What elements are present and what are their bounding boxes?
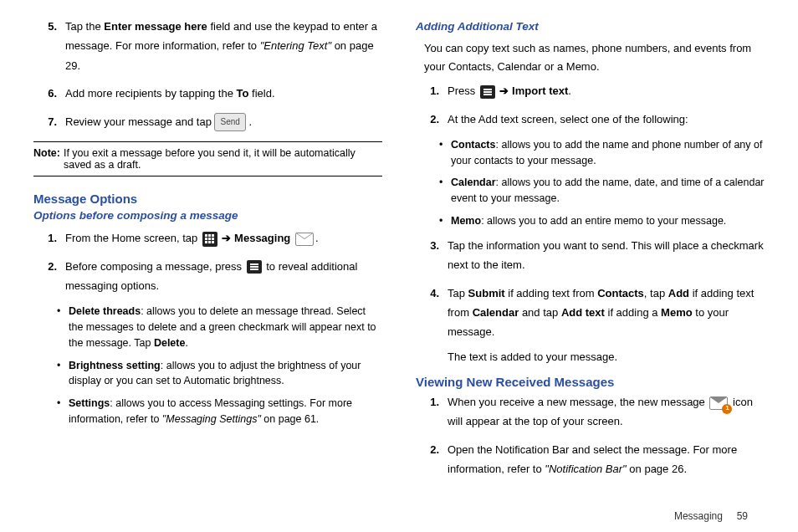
text: . (568, 84, 571, 97)
reference: "Messaging Settings" (162, 413, 261, 425)
arrow-icon: ➔ (222, 232, 231, 244)
text: . (185, 337, 187, 349)
note-label: Note: (33, 147, 64, 171)
add-step-4: 4. Tap Submit if adding text from Contac… (416, 284, 765, 342)
bullet-delete-threads: • Delete threads: allows you to delete a… (57, 304, 382, 350)
field-name: Enter message here (104, 20, 207, 33)
bullet-calendar: • Calendar: allows you to add the name, … (439, 175, 765, 207)
step-text: Tap the Enter message here field and use… (65, 17, 382, 75)
text: Tap (448, 287, 468, 299)
reference: "Notification Bar" (545, 463, 626, 475)
text: Review your message and tap (65, 115, 214, 128)
step-number: 1. (416, 392, 448, 432)
step-number: 3. (416, 236, 448, 275)
step-number: 2. (416, 110, 448, 129)
step-text: At the Add text screen, select one of th… (448, 110, 765, 129)
step-number: 5. (33, 17, 65, 75)
step-number: 7. (33, 112, 65, 132)
text: : allows you to add the name and phone n… (451, 139, 762, 166)
text: Before composing a message, press (65, 260, 245, 273)
step-text: Tap Submit if adding text from Contacts,… (448, 284, 765, 342)
step-number: 6. (33, 84, 65, 103)
text: : allows you to add the name, date, and … (451, 176, 765, 204)
add-step-3: 3. Tap the information you want to send.… (416, 236, 765, 275)
action: Add text (561, 306, 605, 319)
text: if adding a (605, 306, 661, 319)
text: , tap (644, 287, 668, 299)
text: field. (248, 87, 274, 100)
send-button-icon: Send (214, 113, 245, 131)
text: Add more recipients by tapping the (65, 87, 237, 100)
intro-text: You can copy text such as names, phone n… (416, 39, 765, 76)
bullet-settings: • Settings: allows you to access Messagi… (57, 396, 382, 427)
step-text: When you receive a new message, the new … (448, 392, 765, 432)
bullet-text: Delete threads: allows you to delete an … (69, 304, 382, 350)
source: Contacts (597, 287, 644, 299)
step-number: 1. (33, 228, 65, 248)
action: Delete (154, 337, 186, 349)
text: Press (448, 84, 478, 97)
bullet-text: Contacts: allows you to add the name and… (451, 137, 765, 169)
option-name: Memo (451, 215, 481, 227)
text: Tap the (65, 20, 104, 33)
subheading-adding-text: Adding Additional Text (416, 20, 765, 33)
option-name: Settings (69, 397, 110, 409)
menu-icon (247, 260, 262, 274)
subheading-options-before: Options before composing a message (33, 209, 382, 222)
bullet-dot: • (439, 137, 451, 169)
step-number: 2. (416, 440, 448, 479)
footer-page-number: 59 (737, 510, 748, 522)
source: Memo (661, 306, 693, 319)
heading-viewing-messages: Viewing New Received Messages (416, 375, 765, 389)
bullet-dot: • (439, 175, 451, 207)
option-name: Calendar (451, 176, 496, 188)
bullet-memo: • Memo: allows you to add an entire memo… (439, 213, 765, 229)
menu-icon (480, 85, 495, 99)
text: From the Home screen, tap (65, 232, 201, 244)
view-step-1: 1. When you receive a new message, the n… (416, 392, 765, 432)
text: : allows you to add an entire memo to yo… (481, 215, 726, 227)
text: if adding text from (505, 287, 598, 299)
arrow-icon: ➔ (499, 84, 509, 97)
step-text: Tap the information you want to send. Th… (448, 236, 765, 275)
option-step-2: 2. Before composing a message, press to … (33, 257, 382, 296)
field-name: To (237, 87, 249, 100)
option-name: Contacts (451, 139, 495, 151)
text: on page 61. (261, 413, 320, 425)
step-5: 5. Tap the Enter message here field and … (33, 17, 382, 75)
bullet-text: Settings: allows you to access Messaging… (69, 396, 382, 427)
step-number: 1. (416, 81, 448, 100)
footer-section: Messaging (674, 510, 723, 522)
text: . (315, 232, 319, 244)
option-name: Delete threads (69, 305, 141, 317)
step-6: 6. Add more recipients by tapping the To… (33, 84, 382, 103)
text: When you receive a new message, the new … (448, 396, 708, 408)
step-number: 2. (33, 257, 65, 296)
text: on page 26. (627, 463, 687, 475)
reference: "Entering Text" (260, 39, 331, 52)
step-number: 4. (416, 284, 448, 342)
apps-icon (202, 232, 217, 247)
messaging-icon (295, 233, 314, 246)
action: Submit (468, 287, 505, 299)
bullet-dot: • (57, 396, 69, 427)
option-name: Brightness setting (69, 360, 161, 371)
step-text: Add more recipients by tapping the To fi… (65, 84, 382, 103)
step-text: Before composing a message, press to rev… (65, 257, 382, 296)
bullet-text: Memo: allows you to add an entire memo t… (451, 213, 765, 229)
step-text: From the Home screen, tap ➔ Messaging . (65, 228, 382, 248)
option-step-1: 1. From the Home screen, tap ➔ Messaging… (33, 228, 382, 248)
menu-item: Import text (512, 84, 568, 97)
bullet-text: Brightness setting: allows you to adjust… (69, 358, 382, 390)
app-name: Messaging (234, 232, 290, 244)
step-4-result: The text is added to your message. (448, 347, 765, 366)
bullet-dot: • (57, 304, 69, 350)
right-column: Adding Additional Text You can copy text… (416, 17, 765, 524)
add-step-2: 2. At the Add text screen, select one of… (416, 110, 765, 129)
new-message-icon: 1 (709, 396, 728, 410)
bullet-dot: • (57, 358, 69, 390)
left-column: 5. Tap the Enter message here field and … (33, 17, 382, 524)
step-text: Press ➔ Import text. (448, 81, 765, 100)
page-footer: Messaging 59 (674, 510, 748, 522)
page: 5. Tap the Enter message here field and … (0, 0, 798, 532)
